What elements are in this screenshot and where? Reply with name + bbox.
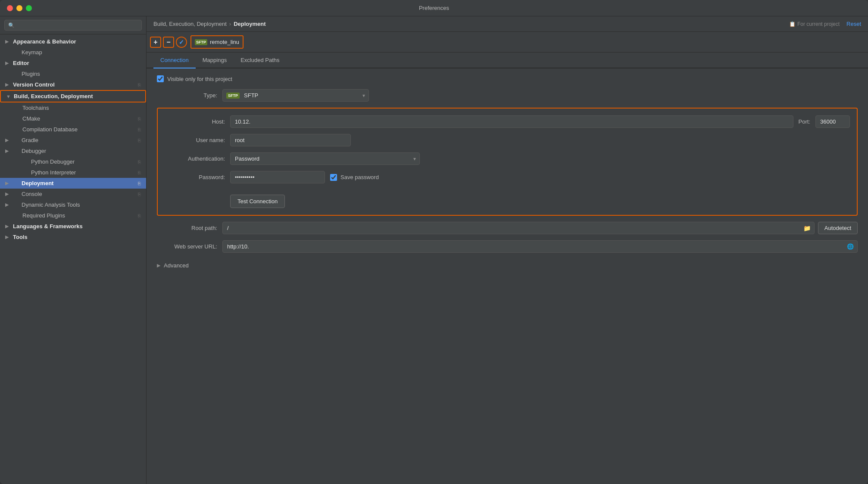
- add-server-button[interactable]: +: [150, 37, 161, 48]
- expand-arrow: ▶: [5, 60, 10, 66]
- save-password-checkbox[interactable]: [330, 174, 337, 181]
- tab-connection[interactable]: Connection: [153, 53, 196, 68]
- server-name: remote_linu: [210, 39, 239, 45]
- search-wrapper[interactable]: 🔍: [4, 20, 142, 31]
- advanced-section[interactable]: ▶ Advanced: [157, 259, 858, 272]
- sidebar-item-toolchains[interactable]: Toolchains: [0, 102, 146, 113]
- web-url-input[interactable]: [223, 241, 843, 252]
- sidebar-item-build-exec[interactable]: ▼ Build, Execution, Deployment: [0, 90, 146, 102]
- sidebar-item-label: Tools: [13, 234, 28, 240]
- search-icon: 🔍: [8, 22, 15, 28]
- chevron-down-icon: ▾: [413, 156, 416, 162]
- root-path-label: Root path:: [157, 225, 217, 231]
- sidebar-item-label: Plugins: [22, 71, 40, 77]
- web-url-row: Web server URL: 🌐: [157, 240, 858, 253]
- expand-arrow: ▶: [5, 234, 10, 240]
- expand-arrow: ▶: [5, 223, 10, 229]
- type-row: Type: SFTP SFTP ▾: [157, 89, 858, 102]
- auth-select[interactable]: Password Key pair: [231, 153, 413, 164]
- host-row: Host: Port:: [165, 115, 850, 128]
- close-button[interactable]: [7, 5, 13, 11]
- host-label: Host:: [165, 118, 225, 125]
- auth-label: Authentication:: [165, 155, 225, 162]
- visible-only-label: Visible only for this project: [167, 76, 232, 82]
- sidebar-item-label: Console: [22, 191, 42, 197]
- expand-arrow: ▶: [5, 137, 10, 143]
- web-url-label: Web server URL:: [157, 243, 217, 250]
- username-input[interactable]: [230, 134, 351, 146]
- copy-icon: ⎘: [138, 170, 141, 175]
- copy-icon: ⎘: [138, 192, 141, 197]
- sidebar-item-debugger[interactable]: ▶ Debugger: [0, 146, 146, 156]
- expand-arrow: ▶: [5, 148, 10, 154]
- sidebar-item-label: Version Control: [13, 81, 55, 88]
- host-input[interactable]: [230, 115, 793, 128]
- type-dropdown[interactable]: SFTP SFTP ▾: [222, 89, 369, 102]
- sidebar-item-label: Debugger: [22, 148, 46, 154]
- sidebar-item-compilation-db[interactable]: Compilation Database ⎘: [0, 124, 146, 135]
- auth-dropdown[interactable]: Password Key pair ▾: [230, 152, 420, 165]
- autodetect-button[interactable]: Autodetect: [818, 222, 858, 234]
- for-project: 📋 For current project: [789, 21, 840, 27]
- password-input[interactable]: [230, 171, 325, 183]
- test-connection-container: Test Connection: [230, 189, 850, 208]
- sidebar-item-keymap[interactable]: Keymap: [0, 47, 146, 58]
- sidebar-item-languages[interactable]: ▶ Languages & Frameworks: [0, 221, 146, 232]
- title-bar: Preferences: [0, 0, 868, 16]
- copy-icon: ⎘: [138, 138, 141, 143]
- sidebar-item-console[interactable]: ▶ Console ⎘: [0, 189, 146, 199]
- search-bar: 🔍: [0, 16, 146, 34]
- password-label: Password:: [165, 174, 225, 180]
- test-connection-button[interactable]: Test Connection: [230, 195, 285, 208]
- breadcrumb: Build, Execution, Deployment › Deploymen…: [153, 21, 782, 27]
- maximize-button[interactable]: [26, 5, 32, 11]
- sidebar-item-label: Editor: [13, 60, 29, 66]
- tab-excluded-paths[interactable]: Excluded Paths: [234, 53, 286, 68]
- expand-arrow: ▶: [5, 39, 10, 44]
- for-project-label: For current project: [797, 21, 840, 27]
- globe-icon: 🌐: [843, 243, 857, 250]
- tab-mappings[interactable]: Mappings: [196, 53, 234, 68]
- sidebar-item-tools[interactable]: ▶ Tools: [0, 232, 146, 242]
- root-path-input[interactable]: [223, 222, 800, 234]
- copy-icon: ⎘: [138, 127, 141, 132]
- expand-arrow: ▶: [157, 263, 160, 268]
- remove-server-button[interactable]: −: [163, 37, 174, 48]
- sidebar-item-label: Toolchains: [22, 105, 49, 111]
- check-server-button[interactable]: ✓: [176, 37, 187, 48]
- traffic-lights: [7, 5, 32, 11]
- type-select[interactable]: SFTP: [242, 90, 359, 101]
- expand-arrow: ▶: [5, 180, 10, 186]
- sidebar-item-editor[interactable]: ▶ Editor: [0, 58, 146, 68]
- search-input[interactable]: [17, 22, 138, 28]
- sidebar-item-deployment[interactable]: ▶ Deployment ⎘: [0, 178, 146, 189]
- minimize-button[interactable]: [16, 5, 22, 11]
- folder-icon: 📁: [800, 225, 814, 232]
- root-path-group: 📁 Autodetect: [222, 222, 858, 234]
- copy-icon: ⎘: [138, 213, 141, 218]
- sidebar-item-python-debugger[interactable]: Python Debugger ⎘: [0, 156, 146, 167]
- tab-mappings-label: Mappings: [203, 57, 227, 63]
- sidebar-item-gradle[interactable]: ▶ Gradle ⎘: [0, 135, 146, 146]
- password-group: Save password: [230, 171, 379, 183]
- expand-arrow: ▼: [6, 94, 11, 99]
- sidebar-item-plugins[interactable]: Plugins: [0, 68, 146, 79]
- port-input[interactable]: [815, 115, 850, 128]
- copy-icon: ⎘: [138, 116, 141, 121]
- sidebar-item-python-interpreter[interactable]: Python Interpreter ⎘: [0, 167, 146, 178]
- sidebar-item-version-control[interactable]: ▶ Version Control ⎘: [0, 79, 146, 90]
- server-area: + − ✓ SFTP remote_linu Connection Mappin…: [147, 32, 868, 484]
- visible-only-checkbox[interactable]: [157, 75, 164, 82]
- reset-button[interactable]: Reset: [846, 21, 861, 27]
- server-entry[interactable]: SFTP remote_linu: [190, 35, 244, 49]
- expand-arrow: ▶: [5, 202, 10, 208]
- sidebar-item-required-plugins[interactable]: Required Plugins ⎘: [0, 210, 146, 221]
- breadcrumb-separator: ›: [229, 21, 231, 27]
- sidebar-item-appearance[interactable]: ▶ Appearance & Behavior: [0, 36, 146, 47]
- expand-arrow: ▶: [5, 191, 10, 197]
- sidebar-item-dynamic-analysis[interactable]: ▶ Dynamic Analysis Tools: [0, 199, 146, 210]
- sidebar-item-label: Appearance & Behavior: [13, 38, 76, 45]
- sidebar-item-label: Compilation Database: [22, 126, 78, 133]
- sidebar-item-label: Keymap: [22, 49, 42, 56]
- sidebar-item-cmake[interactable]: CMake ⎘: [0, 113, 146, 124]
